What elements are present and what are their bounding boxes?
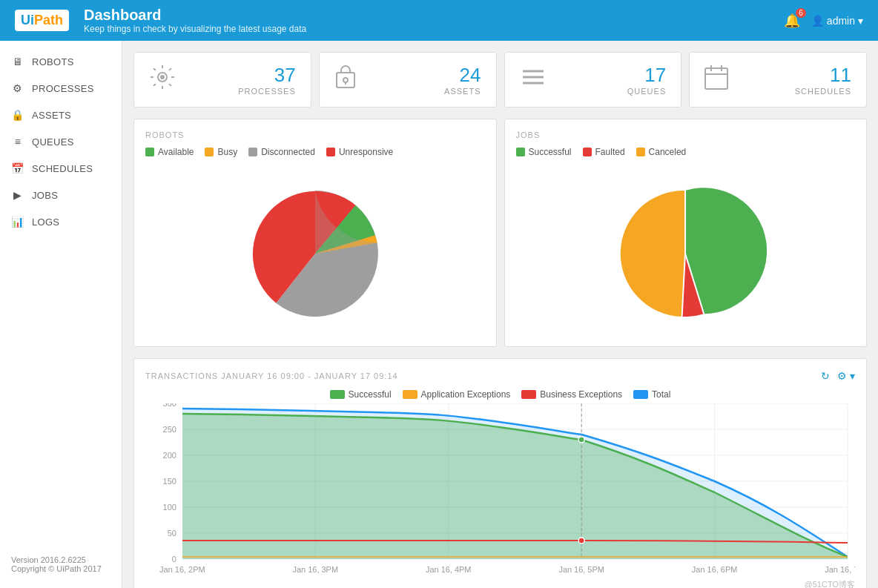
legend-tx-app-exceptions: Application Exceptions xyxy=(403,389,511,400)
tx-biz-exc-swatch xyxy=(521,390,536,399)
logo-ui-text: Ui xyxy=(21,13,34,28)
svg-point-3 xyxy=(343,78,348,82)
jobs-pie-chart xyxy=(604,172,767,328)
sidebar-label-queues: QUEUES xyxy=(32,136,74,148)
assets-label: ASSETS xyxy=(368,87,481,96)
sidebar-item-schedules[interactable]: 📅 SCHEDULES xyxy=(0,155,122,182)
successful-label: Successful xyxy=(529,147,572,157)
chevron-down-icon: ▾ xyxy=(858,15,863,27)
processes-stat-icon xyxy=(149,64,176,96)
header-right: 🔔 6 👤 admin ▾ xyxy=(784,13,863,29)
robots-chart-legend: Available Busy Disconnected Unresponsive xyxy=(145,147,485,157)
legend-unresponsive: Unresponsive xyxy=(326,147,393,157)
sidebar-item-queues[interactable]: ≡ QUEUES xyxy=(0,128,122,155)
sidebar-label-logs: LOGS xyxy=(32,217,59,228)
processes-count: 37 xyxy=(187,64,296,87)
sidebar-label-schedules: SCHEDULES xyxy=(32,163,93,174)
stat-card-queues: 17 QUEUES xyxy=(504,52,682,108)
svg-text:Jan 16, 6PM: Jan 16, 6PM xyxy=(692,565,737,574)
layout: 🖥 ROBOTS ⚙ PROCESSES 🔒 ASSETS ≡ QUEUES 📅… xyxy=(0,41,878,588)
tx-total-label: Total xyxy=(652,389,670,400)
stats-row: 37 PROCESSES 24 ASSETS xyxy=(133,52,867,108)
sidebar-item-assets[interactable]: 🔒 ASSETS xyxy=(0,102,122,128)
stat-card-assets: 24 ASSETS xyxy=(319,52,497,108)
robots-pie-chart xyxy=(234,172,397,328)
svg-text:Jan 16, 5PM: Jan 16, 5PM xyxy=(558,565,604,574)
refresh-button[interactable]: ↻ xyxy=(821,370,830,382)
assets-stat-icon xyxy=(334,64,357,96)
logo: Ui Path xyxy=(15,10,69,31)
svg-text:Jan 16, 3PM: Jan 16, 3PM xyxy=(293,565,338,574)
transactions-title: TRANSACTIONS JANUARY 16 09:00 - JANUARY … xyxy=(145,371,398,380)
schedules-stat-info: 11 SCHEDULES xyxy=(739,64,851,96)
faulted-dot xyxy=(583,148,592,156)
page-subtitle: Keep things in check by visualizing the … xyxy=(84,24,784,34)
svg-rect-7 xyxy=(705,68,727,89)
svg-text:Jan 16, 2PM: Jan 16, 2PM xyxy=(159,565,205,574)
tx-app-exc-label: Application Exceptions xyxy=(421,389,511,400)
schedules-icon: 📅 xyxy=(11,162,24,174)
sidebar-item-jobs[interactable]: ▶ JOBS xyxy=(0,182,122,208)
svg-text:300: 300 xyxy=(163,403,176,408)
assets-count: 24 xyxy=(368,64,481,87)
tx-app-exc-swatch xyxy=(403,390,417,399)
jobs-pie-container xyxy=(516,165,856,335)
stat-card-processes: 37 PROCESSES xyxy=(133,52,311,108)
legend-faulted: Faulted xyxy=(583,147,625,157)
logo-box: Ui Path xyxy=(15,10,69,31)
jobs-chart-card: JOBS Successful Faulted Canceled xyxy=(504,119,868,347)
svg-text:0: 0 xyxy=(172,555,176,564)
transactions-chart: 0 50 100 150 200 250 300 Jan 16, 2PM Jan… xyxy=(145,403,855,574)
successful-dot xyxy=(516,148,525,156)
queues-count: 17 xyxy=(558,64,667,87)
canceled-label: Canceled xyxy=(649,147,687,157)
transactions-header: TRANSACTIONS JANUARY 16 09:00 - JANUARY … xyxy=(145,370,855,382)
settings-button[interactable]: ⚙ ▾ xyxy=(837,370,855,382)
queues-stat-icon xyxy=(520,64,547,96)
legend-tx-biz-exceptions: Business Exceptions xyxy=(521,389,622,400)
robots-pie-container xyxy=(145,165,485,335)
legend-tx-total: Total xyxy=(633,389,670,400)
header-title-area: Dashboard Keep things in check by visual… xyxy=(84,7,784,34)
available-dot xyxy=(145,148,154,156)
faulted-label: Faulted xyxy=(595,147,625,157)
transactions-chart-container: 0 50 100 150 200 250 300 Jan 16, 2PM Jan… xyxy=(145,403,855,577)
sidebar-nav: 🖥 ROBOTS ⚙ PROCESSES 🔒 ASSETS ≡ QUEUES 📅… xyxy=(0,48,122,235)
processes-label: PROCESSES xyxy=(187,87,296,96)
legend-successful: Successful xyxy=(516,147,572,157)
jobs-chart-title: JOBS xyxy=(516,131,856,139)
admin-menu[interactable]: 👤 admin ▾ xyxy=(811,15,863,27)
notification-bell[interactable]: 🔔 6 xyxy=(784,13,800,29)
sidebar-label-assets: ASSETS xyxy=(32,110,71,121)
legend-disconnected: Disconnected xyxy=(248,147,315,157)
version-text: Version 2016.2.6225 xyxy=(11,555,110,564)
sidebar-item-robots[interactable]: 🖥 ROBOTS xyxy=(0,48,122,75)
legend-available: Available xyxy=(145,147,194,157)
notification-badge: 6 xyxy=(796,8,806,18)
page-title: Dashboard xyxy=(84,7,784,24)
robots-chart-card: ROBOTS Available Busy Disconnected xyxy=(133,119,497,347)
header: Ui Path Dashboard Keep things in check b… xyxy=(0,0,878,41)
sidebar: 🖥 ROBOTS ⚙ PROCESSES 🔒 ASSETS ≡ QUEUES 📅… xyxy=(0,41,122,588)
svg-text:50: 50 xyxy=(168,529,176,538)
tx-total-swatch xyxy=(633,390,648,399)
sidebar-item-logs[interactable]: 📊 LOGS xyxy=(0,208,122,235)
user-icon: 👤 xyxy=(811,15,824,27)
robots-icon: 🖥 xyxy=(11,56,24,67)
canceled-dot xyxy=(636,148,645,156)
svg-text:200: 200 xyxy=(163,451,176,460)
sidebar-footer: Version 2016.2.6225 Copyright © UiPath 2… xyxy=(0,548,122,581)
svg-point-42 xyxy=(578,538,584,544)
copyright-text: Copyright © UiPath 2017 xyxy=(11,564,110,573)
schedules-label: SCHEDULES xyxy=(739,87,851,96)
transactions-card: TRANSACTIONS JANUARY 16 09:00 - JANUARY … xyxy=(133,358,867,588)
logs-icon: 📊 xyxy=(11,216,24,228)
admin-label: admin xyxy=(827,15,855,27)
jobs-chart-legend: Successful Faulted Canceled xyxy=(516,147,856,157)
stat-card-schedules: 11 SCHEDULES xyxy=(689,52,867,108)
svg-text:Jan 16, 4PM: Jan 16, 4PM xyxy=(426,565,471,574)
disconnected-label: Disconnected xyxy=(261,147,315,157)
svg-text:250: 250 xyxy=(163,425,176,434)
sidebar-item-processes[interactable]: ⚙ PROCESSES xyxy=(0,75,122,102)
logo-path-text: Path xyxy=(34,13,63,28)
